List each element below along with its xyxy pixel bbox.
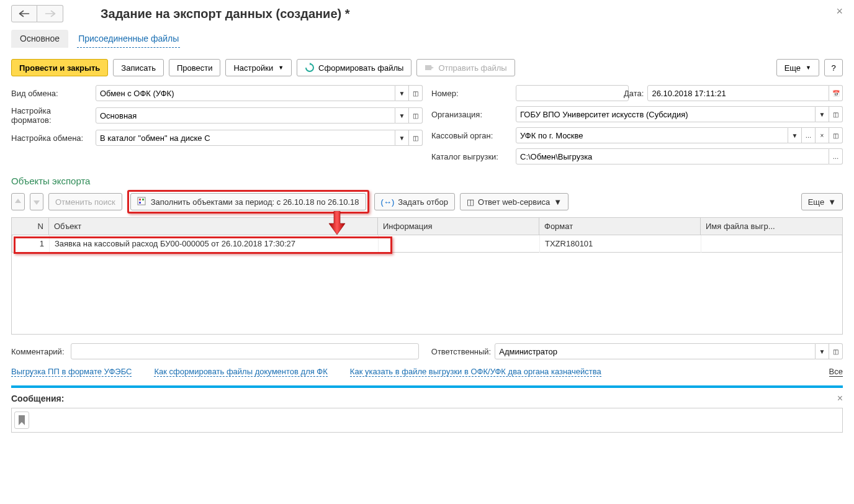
table-row[interactable]: 1 Заявка на кассовый расход БУ00-000005 … [12,235,842,253]
settings-button-label: Настройки [233,63,273,73]
tab-files[interactable]: Присоединенные файлы [77,30,180,48]
ellipsis-icon[interactable]: … [802,127,816,143]
cell-object: Заявка на кассовый расход БУ00-000005 от… [50,235,379,253]
link-all[interactable]: Все [829,367,843,377]
exchange-type-label: Вид обмена: [11,89,92,98]
open-icon: ◫ [467,197,474,207]
cancel-search-button: Отменить поиск [48,193,122,210]
col-filename[interactable]: Имя файла выгр... [701,218,843,235]
dropdown-icon[interactable]: ▼ [395,85,409,101]
number-label: Номер: [431,89,512,98]
calendar-icon[interactable]: 📅 [829,85,843,101]
exchange-type-field[interactable] [96,85,395,101]
objects-more-button[interactable]: Еще▼ [801,193,843,210]
open-icon[interactable]: ◫ [829,106,843,122]
link-how-generate[interactable]: Как сформировать файлы документов для ФК [154,367,327,377]
set-filter-label: Задать отбор [398,197,448,207]
link-ufebs[interactable]: Выгрузка ПП в формате УФЭБС [11,367,132,377]
svg-rect-1 [138,197,145,205]
bookmark-icon[interactable] [14,412,29,429]
cash-organ-field[interactable] [516,127,788,143]
open-icon[interactable]: ◫ [829,343,843,359]
send-files-button: Отправить файлы [416,59,515,76]
responsible-label: Ответственный: [431,347,491,356]
open-icon[interactable]: ◫ [409,85,423,101]
cell-n: 1 [12,235,49,252]
move-down-button [30,193,43,210]
chevron-down-icon: ▼ [278,65,284,71]
set-filter-button[interactable]: (↔) Задать отбор [374,193,455,210]
exchange-setting-field[interactable] [96,130,395,146]
dropdown-icon[interactable]: ▼ [395,107,409,124]
comment-label: Комментарий: [11,347,67,356]
number-field[interactable] [516,85,629,101]
dropdown-icon[interactable]: ▼ [395,130,409,146]
nav-back-button[interactable] [11,5,37,22]
fill-icon [137,197,147,207]
fill-period-label: Заполнить объектами за период: с 26.10.1… [151,197,359,207]
organization-label: Организация: [431,110,512,119]
svg-rect-2 [139,199,141,200]
web-response-button[interactable]: ◫ Ответ web-сервиса ▼ [460,193,569,210]
organization-field[interactable] [516,106,816,122]
format-setting-field[interactable] [96,107,395,124]
more-label: Еще [784,63,801,73]
messages-box [11,408,843,433]
date-label: Дата: [624,89,644,98]
web-response-label: Ответ web-сервиса [478,197,550,207]
col-format[interactable]: Формат [539,218,701,235]
page-title: Задание на экспорт данных (создание) * [101,7,350,21]
settings-button[interactable]: Настройки▼ [225,59,292,76]
filter-icon: (↔) [381,197,395,207]
chevron-down-icon: ▼ [806,65,811,71]
link-two-organs[interactable]: Как указать в файле выгрузки в ОФК/УФК д… [350,367,601,377]
move-up-button [11,193,25,210]
cash-organ-label: Кассовый орган: [431,131,512,140]
messages-close-icon[interactable]: × [837,393,843,404]
chevron-down-icon: ▼ [828,197,836,207]
messages-title: Сообщения: [11,394,64,403]
help-button[interactable]: ? [824,59,843,76]
arrow-down-annotation [328,211,346,238]
objects-more-label: Еще [808,197,824,207]
cell-filename [701,235,842,253]
svg-rect-4 [139,202,141,204]
open-icon[interactable]: ◫ [409,107,423,124]
more-button[interactable]: Еще▼ [776,59,819,76]
dropdown-icon[interactable]: ▼ [816,106,829,122]
tab-main[interactable]: Основное [11,30,68,48]
send-icon [425,63,434,73]
responsible-field[interactable] [495,343,816,359]
format-setting-label: Настройка форматов: [11,106,92,125]
post-and-close-button[interactable]: Провести и закрыть [11,59,108,76]
date-field[interactable] [647,85,829,101]
open-icon[interactable]: ◫ [829,127,843,143]
clear-icon[interactable]: × [816,127,829,143]
cell-info [379,235,540,253]
objects-section-title: Объекты экспорта [11,176,843,186]
generate-files-label: Сформировать файлы [318,63,403,73]
send-files-label: Отправить файлы [438,63,506,73]
cell-format: TXZR180101 [540,235,701,253]
nav-forward-button[interactable] [37,5,63,22]
save-button[interactable]: Записать [113,59,164,76]
export-dir-label: Каталог выгрузки: [431,152,512,161]
svg-rect-0 [425,65,431,70]
fill-period-highlight: Заполнить объектами за период: с 26.10.1… [127,190,369,214]
post-button[interactable]: Провести [169,59,221,76]
dropdown-icon[interactable]: ▼ [816,343,829,359]
chevron-down-icon: ▼ [554,197,562,207]
refresh-icon [305,63,315,73]
close-icon[interactable]: × [836,5,843,18]
export-dir-field[interactable] [516,148,829,164]
col-n[interactable]: N [12,218,49,235]
fill-period-button[interactable]: Заполнить объектами за период: с 26.10.1… [130,193,366,210]
comment-field[interactable] [71,343,419,359]
open-icon[interactable]: ◫ [409,130,423,146]
col-info[interactable]: Информация [378,218,539,235]
generate-files-button[interactable]: Сформировать файлы [297,59,411,76]
exchange-setting-label: Настройка обмена: [11,133,92,143]
dropdown-icon[interactable]: ▼ [788,127,802,143]
ellipsis-icon[interactable]: … [829,148,843,164]
svg-rect-3 [142,199,144,200]
